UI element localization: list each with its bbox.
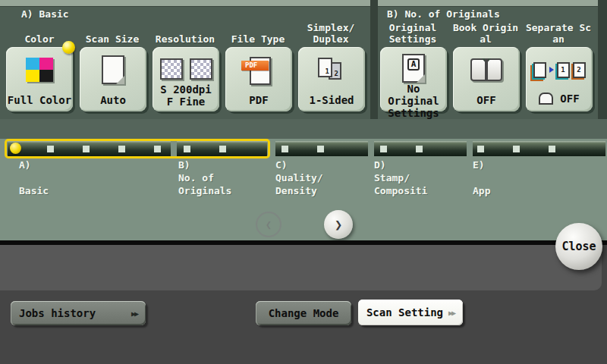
- separate-scan-value: OFF: [560, 93, 579, 105]
- section-b-title: B) No. of Originals: [387, 8, 500, 20]
- jobs-history-button[interactable]: Jobs history ▶▶: [11, 301, 146, 325]
- arrow-right-icon: [549, 67, 554, 73]
- book-original-value: OFF: [476, 94, 495, 106]
- pdf-badge: PDF: [241, 61, 269, 71]
- resolution-label: Resolution: [149, 19, 222, 45]
- tab-label-originals[interactable]: B) No. of Originals: [178, 158, 231, 197]
- section-a-title: A) Basic: [21, 8, 69, 20]
- tab-bar-stamp[interactable]: [374, 141, 467, 156]
- tab-bar-quality[interactable]: [275, 141, 368, 156]
- message-area-panel: [0, 245, 602, 290]
- duplex-value: 1-Sided: [309, 94, 354, 106]
- settings-panel-zone: A) Basic B) No. of Originals Color Scan …: [0, 0, 607, 119]
- original-settings-label: Original Settings: [376, 19, 449, 45]
- separate-scan-pages-icon: 1 2: [533, 62, 586, 78]
- tab-label-basic[interactable]: A) Basic: [19, 158, 49, 197]
- color-button[interactable]: Full Color: [6, 47, 73, 111]
- panel-top-strip: [0, 0, 370, 7]
- paper-icon: [102, 55, 124, 84]
- book-original-button[interactable]: OFF: [453, 47, 520, 111]
- tab-bar-app[interactable]: [473, 141, 605, 156]
- tab-bar-basic[interactable]: [8, 141, 171, 156]
- scan-size-value: Auto: [100, 94, 126, 106]
- original-settings-button[interactable]: A No Original Settings: [380, 47, 447, 111]
- platen-cover-icon: [539, 93, 553, 105]
- resolution-value: S 200dpi F Fine: [160, 83, 211, 108]
- double-arrow-icon: ▶▶: [448, 309, 454, 317]
- duplex-label: Simplex/ Duplex: [294, 19, 367, 45]
- pdf-file-icon: PDF: [245, 56, 272, 83]
- tab-label-quality[interactable]: C) Quality/ Density: [275, 158, 323, 197]
- tab-bar-originals[interactable]: [177, 141, 267, 156]
- resolution-checker-icons: [160, 58, 212, 80]
- original-settings-value: No Original Settings: [380, 83, 447, 119]
- scan-setting-label: Scan Setting: [366, 306, 443, 318]
- tab-label-app[interactable]: E) App: [473, 158, 490, 197]
- double-arrow-icon: ▶▶: [131, 309, 137, 318]
- checkerboard-icon: [190, 58, 212, 80]
- file-type-label: File Type: [222, 19, 294, 45]
- page-prev-button-disabled: ❮: [256, 212, 281, 237]
- checkerboard-icon: [160, 58, 183, 80]
- color-value: Full Color: [8, 94, 71, 106]
- separate-scan-button[interactable]: 1 2 OFF: [526, 47, 593, 111]
- selected-indicator-ball: [62, 41, 75, 54]
- original-document-icon: A: [402, 54, 425, 83]
- scanner-settings-screen: A) Basic B) No. of Originals Color Scan …: [0, 0, 607, 364]
- color-label: Color: [3, 19, 76, 45]
- book-original-label: Book Origin al: [449, 19, 522, 45]
- scan-setting-button[interactable]: Scan Setting ▶▶: [358, 300, 463, 325]
- file-type-value: PDF: [249, 94, 268, 106]
- duplex-button[interactable]: 2 1 1-Sided: [298, 47, 365, 111]
- separate-scan-label: Separate Sc an: [522, 19, 595, 45]
- jobs-history-label: Jobs history: [19, 307, 96, 319]
- current-position-dot: [10, 143, 21, 154]
- duplex-pages-icon: 2 1: [317, 57, 346, 83]
- scan-size-button[interactable]: Auto: [80, 47, 146, 111]
- file-type-button[interactable]: PDF PDF: [225, 47, 292, 111]
- tab-strip-zone: A) Basic B) No. of Originals C) Quality/…: [0, 139, 607, 240]
- change-mode-label: Change Mode: [269, 307, 339, 319]
- panel-top-strip: [378, 0, 598, 7]
- tab-label-stamp[interactable]: D) Stamp/ Compositi: [374, 158, 427, 197]
- change-mode-button[interactable]: Change Mode: [256, 301, 351, 325]
- scan-size-label: Scan Size: [76, 19, 149, 45]
- resolution-button[interactable]: S 200dpi F Fine: [153, 47, 219, 111]
- cmyk-color-icon: [26, 58, 53, 82]
- page-next-button[interactable]: ❯: [324, 210, 353, 239]
- scrollbar-band: < ||| >: [0, 119, 607, 139]
- close-button[interactable]: Close: [555, 223, 602, 270]
- open-book-icon: [470, 58, 502, 81]
